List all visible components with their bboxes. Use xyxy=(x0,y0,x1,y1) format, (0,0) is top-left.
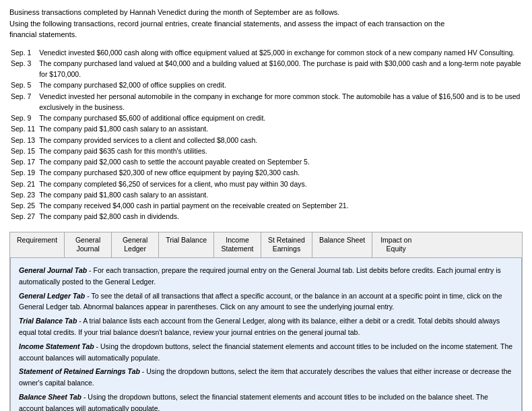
transaction-date: Sep. 15 xyxy=(9,146,38,156)
transaction-date: Sep. 23 xyxy=(9,189,38,200)
intro-line1: Business transactions completed by Hanna… xyxy=(9,8,339,16)
tab-balance-sheet[interactable]: Balance Sheet xyxy=(312,232,372,257)
instruction-item: General Journal Tab - For each transacti… xyxy=(19,265,513,288)
transaction-text: The company completed $6,250 of services… xyxy=(38,179,523,189)
transaction-text: The company paid $1,800 cash salary to a… xyxy=(38,189,523,200)
transaction-text: Venedict invested $60,000 cash along wit… xyxy=(38,47,523,58)
transaction-row: Sep. 21The company completed $6,250 of s… xyxy=(9,179,523,189)
transaction-text: The company paid $635 cash for this mont… xyxy=(38,146,523,156)
transaction-text: The company purchased land valued at $40… xyxy=(38,58,523,80)
transaction-row: Sep. 25The company received $4,000 cash … xyxy=(9,200,523,211)
instruction-label: General Journal Tab xyxy=(19,266,87,274)
tabs-row: RequirementGeneralJournalGeneralLedgerTr… xyxy=(10,232,522,258)
transaction-text: The company provided services to a clien… xyxy=(38,135,523,146)
transaction-date: Sep. 25 xyxy=(9,200,38,211)
transaction-row: Sep. 17The company paid $2,000 cash to s… xyxy=(9,156,523,167)
transaction-row: Sep. 19The company purchased $20,300 of … xyxy=(9,167,523,178)
tab-income-statement[interactable]: IncomeStatement xyxy=(214,232,261,257)
intro-section: Business transactions completed by Hanna… xyxy=(9,7,523,40)
transactions-table: Sep. 1Venedict invested $60,000 cash alo… xyxy=(9,47,523,222)
intro-line3: financial statements. xyxy=(9,30,77,38)
instruction-item: General Ledger Tab - To see the detail o… xyxy=(19,290,513,313)
transaction-date: Sep. 5 xyxy=(9,80,38,90)
transaction-text: The company received $4,000 cash in part… xyxy=(38,200,523,211)
transaction-row: Sep. 23The company paid $1,800 cash sala… xyxy=(9,189,523,200)
instruction-item: Statement of Retained Earnings Tab - Usi… xyxy=(19,366,513,389)
instruction-text: - To see the detail of all transactions … xyxy=(19,292,502,311)
transactions-section: Sep. 1Venedict invested $60,000 cash alo… xyxy=(9,47,523,222)
transaction-row: Sep. 11The company paid $1,800 cash sala… xyxy=(9,123,523,134)
transaction-text: Venedict invested her personal automobil… xyxy=(38,91,523,113)
tab-general-ledger[interactable]: GeneralLedger xyxy=(112,232,159,257)
tabs-container: RequirementGeneralJournalGeneralLedgerTr… xyxy=(9,232,523,411)
instruction-label: Income Statement Tab xyxy=(19,342,94,350)
transaction-date: Sep. 21 xyxy=(9,179,38,189)
tab-trial-balance[interactable]: Trial Balance xyxy=(159,232,214,257)
transaction-row: Sep. 13The company provided services to … xyxy=(9,135,523,146)
transaction-row: Sep. 9The company purchased $5,600 of ad… xyxy=(9,113,523,123)
transaction-date: Sep. 19 xyxy=(9,167,38,178)
transaction-text: The company paid $2,000 cash to settle t… xyxy=(38,156,523,167)
transaction-row: Sep. 27The company paid $2,800 cash in d… xyxy=(9,211,523,222)
transaction-date: Sep. 27 xyxy=(9,211,38,222)
transaction-text: The company purchased $2,000 of office s… xyxy=(38,80,523,90)
instruction-item: Trial Balance Tab - A trial balance list… xyxy=(19,315,513,338)
tab-requirement[interactable]: Requirement xyxy=(10,232,65,257)
transaction-row: Sep. 1Venedict invested $60,000 cash alo… xyxy=(9,47,523,58)
transaction-date: Sep. 13 xyxy=(9,135,38,146)
transaction-date: Sep. 17 xyxy=(9,156,38,167)
instruction-item: Income Statement Tab - Using the dropdow… xyxy=(19,341,513,364)
transaction-text: The company paid $1,800 cash salary to a… xyxy=(38,123,523,134)
instructions-panel: General Journal Tab - For each transacti… xyxy=(10,258,522,411)
transaction-date: Sep. 3 xyxy=(9,58,38,80)
transaction-date: Sep. 11 xyxy=(9,123,38,134)
transaction-date: Sep. 9 xyxy=(9,113,38,123)
instruction-label: General Ledger Tab xyxy=(19,292,85,300)
transaction-row: Sep. 5The company purchased $2,000 of of… xyxy=(9,80,523,90)
transaction-row: Sep. 7Venedict invested her personal aut… xyxy=(9,91,523,113)
tab-st-retained-earnings[interactable]: St RetainedEarnings xyxy=(261,232,312,257)
transaction-row: Sep. 15The company paid $635 cash for th… xyxy=(9,146,523,156)
transaction-text: The company paid $2,800 cash in dividend… xyxy=(38,211,523,222)
instruction-text: - For each transaction, prepare the requ… xyxy=(19,266,501,286)
transaction-date: Sep. 7 xyxy=(9,91,38,113)
transaction-text: The company purchased $20,300 of new off… xyxy=(38,167,523,178)
instruction-text: - Using the dropdown buttons, select the… xyxy=(19,393,488,411)
tab-general-journal[interactable]: GeneralJournal xyxy=(65,232,112,257)
intro-line2: Using the following transactions, record… xyxy=(9,20,444,28)
transaction-date: Sep. 1 xyxy=(9,47,38,58)
transaction-text: The company purchased $5,600 of addition… xyxy=(38,113,523,123)
transaction-row: Sep. 3The company purchased land valued … xyxy=(9,58,523,80)
instruction-label: Trial Balance Tab xyxy=(19,317,77,325)
instruction-text: - A trial balance lists each account fro… xyxy=(19,317,500,336)
tab-impact-equity[interactable]: Impact onEquity xyxy=(372,232,420,257)
instruction-label: Statement of Retained Earnings Tab xyxy=(19,367,140,375)
instruction-item: Balance Sheet Tab - Using the dropdown b… xyxy=(19,391,513,411)
instruction-label: Balance Sheet Tab xyxy=(19,393,81,401)
